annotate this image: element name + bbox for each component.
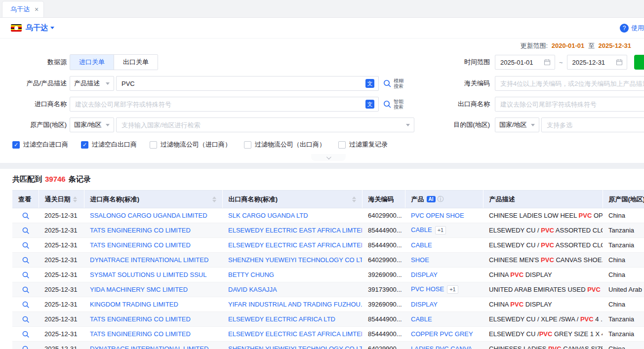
exporter-link[interactable]: SHENZHEN YUEWEIYI TECHNOLOGY CO LTD <box>228 256 362 264</box>
smart-search-button[interactable]: 智能 搜索 <box>383 99 403 110</box>
importer-link[interactable]: TATS ENGINEERING CO LIMITED <box>90 315 191 323</box>
importer-link[interactable]: SSALONGO CARGO UGANDA LIMITED <box>90 212 207 219</box>
origin-country-select[interactable]: 国家/地区 <box>70 117 114 132</box>
importer-name-input[interactable]: 文 <box>70 97 379 112</box>
view-record-button[interactable] <box>22 241 30 249</box>
more-products-badge[interactable]: +1 <box>435 226 446 234</box>
country-chevron-down-icon[interactable] <box>50 27 54 29</box>
filter-checkbox[interactable]: ✓ 过滤空白进口商 <box>12 140 68 149</box>
exporter-link[interactable]: SHENZHEN YUEWEIYI TECHNOLOGY CO LTD <box>228 345 362 349</box>
exporter-link[interactable]: YIFAR INDUSTRIAL AND TRADING FUZHOU... <box>228 301 362 308</box>
time-range-label: 时间范围 <box>435 58 490 67</box>
exporter-link[interactable]: ELSEWEDY ELECTRIC EAST AFRICA LIMTED <box>228 330 362 338</box>
magnifier-icon <box>22 227 30 234</box>
view-record-button[interactable] <box>22 271 30 279</box>
product-link[interactable]: CABLE <box>411 315 432 323</box>
exporter-link[interactable]: ELSEWEDY ELECTRIC EAST AFRICA LIMTED <box>228 241 362 249</box>
table-row: 2025-12-31 DYNATRACE INTERNATIONAL LIMIT… <box>12 342 644 349</box>
product-link[interactable]: COPPER PVC GREY <box>411 330 473 338</box>
view-record-button[interactable] <box>22 256 30 264</box>
info-icon[interactable]: ⓘ <box>438 195 444 204</box>
view-record-button[interactable] <box>22 227 30 234</box>
sort-icons[interactable] <box>212 196 216 202</box>
exporter-cell: SLK CARGO UGANDA LTD <box>222 208 362 223</box>
exporter-link[interactable]: ELSEWEDY ELECTRIC AFRICA LTD <box>228 315 335 323</box>
toggle-export-declarations[interactable]: 出口关单 <box>114 55 158 70</box>
importer-name-label: 进口商名称 <box>12 100 67 109</box>
exporter-link[interactable]: BETTY CHUNG <box>228 271 274 278</box>
product-link[interactable]: LADIES PVC CANVA <box>411 345 472 349</box>
importer-link[interactable]: TATS ENGINEERING CO LIMITED <box>90 227 191 234</box>
checkbox-icon[interactable] <box>150 141 157 149</box>
hs-code-cell: 85444900... <box>362 327 405 342</box>
date-to-field[interactable] <box>571 58 613 67</box>
help-link[interactable]: ? 使用 <box>620 18 644 38</box>
exporter-link[interactable]: SLK CARGO UGANDA LTD <box>228 212 308 219</box>
column-header-label: 海关编码 <box>368 195 394 204</box>
date-from-field[interactable] <box>499 58 541 67</box>
product-link[interactable]: DISPLAY <box>411 271 438 278</box>
hs-code-field[interactable] <box>499 79 644 88</box>
search-button-clipped[interactable] <box>634 55 644 70</box>
calendar-icon <box>544 59 551 66</box>
product-link[interactable]: DISPLAY <box>411 301 438 308</box>
translate-icon[interactable]: 文 <box>365 79 374 88</box>
product-link[interactable]: PVC OPEN SHOE <box>411 212 464 219</box>
checkbox-icon[interactable] <box>244 141 251 149</box>
importer-link[interactable]: DYNATRACE INTERNATIONAL LIMITED <box>90 256 208 264</box>
filter-checkbox[interactable]: 过滤重复记录 <box>338 140 388 149</box>
sort-icons[interactable] <box>73 196 77 202</box>
fuzzy-search-button[interactable]: 模糊 搜索 <box>383 78 403 89</box>
more-products-badge[interactable]: +1 <box>447 285 458 294</box>
view-record-button[interactable] <box>22 301 30 309</box>
product-input[interactable]: 文 <box>116 76 379 91</box>
importer-name-field[interactable] <box>74 100 362 109</box>
destination-country-field[interactable] <box>546 121 644 129</box>
tab-close-icon[interactable]: × <box>35 5 39 13</box>
clearance-date-cell: 2025-12-31 <box>39 282 84 297</box>
importer-link[interactable]: TATS ENGINEERING CO LIMITED <box>90 241 191 249</box>
product-cell: COPPER PVC GREY <box>405 327 483 342</box>
toggle-import-declarations[interactable]: 进口关单 <box>70 55 114 70</box>
product-link[interactable]: CABLE <box>411 241 432 249</box>
translate-icon[interactable]: 文 <box>365 100 374 109</box>
filter-checkbox[interactable]: 过滤物流公司（进口商） <box>150 140 231 149</box>
tab-uganda[interactable]: 乌干达 × <box>2 1 44 17</box>
importer-link[interactable]: KINGDOM TRADING LIMITED <box>90 301 178 308</box>
importer-cell: DYNATRACE INTERNATIONAL LIMITED <box>84 342 222 349</box>
origin-country-input[interactable] <box>116 117 414 132</box>
filter-panel: 更新范围: 2020-01-01 至 2025-12-31 数据源 进口关单 出… <box>0 39 644 163</box>
importer-link[interactable]: SYSMAT SOLUTIONS U LIMITED SSUL <box>90 271 206 278</box>
destination-country-input[interactable] <box>541 117 644 132</box>
destination-country-select[interactable]: 国家/地区 <box>495 117 539 132</box>
importer-link[interactable]: YIDA MACHINERY SMC LIMITED <box>90 286 188 293</box>
date-from-input[interactable] <box>495 55 555 70</box>
checkbox-icon[interactable]: ✓ <box>12 141 20 149</box>
checkbox-icon[interactable] <box>338 141 346 149</box>
exporter-name-input[interactable] <box>495 97 644 112</box>
product-link[interactable]: SHOE <box>411 256 429 264</box>
product-field-select[interactable]: 产品描述 <box>70 76 114 91</box>
filter-checkbox[interactable]: 过滤物流公司（出口商） <box>244 140 325 149</box>
importer-link[interactable]: TATS ENGINEERING CO LIMITED <box>90 330 191 338</box>
product-link[interactable]: CABLE <box>411 226 432 233</box>
view-record-button[interactable] <box>22 345 30 349</box>
importer-link[interactable]: DYNATRACE INTERNATIONAL LIMITED <box>90 345 208 349</box>
exporter-link[interactable]: DAVID KASAJJA <box>228 286 277 293</box>
origin-country-field[interactable] <box>121 121 403 129</box>
view-record-button[interactable] <box>22 315 30 323</box>
view-record-button[interactable] <box>22 286 30 294</box>
date-to-input[interactable] <box>567 55 627 70</box>
collapse-filters-button[interactable] <box>311 154 346 161</box>
product-field[interactable] <box>121 79 362 88</box>
sort-icons[interactable] <box>352 196 356 202</box>
product-link[interactable]: PVC HOSE <box>411 285 444 293</box>
column-header-label: 产品描述 <box>489 195 515 204</box>
hs-code-input[interactable] <box>495 76 644 91</box>
exporter-name-field[interactable] <box>499 100 644 109</box>
filter-checkbox[interactable]: ✓ 过滤空白出口商 <box>81 140 137 149</box>
view-record-button[interactable] <box>22 212 30 220</box>
view-record-button[interactable] <box>22 330 30 338</box>
exporter-link[interactable]: ELSEWEDY ELECTRIC EAST AFRICA LIMTED <box>228 227 362 234</box>
checkbox-icon[interactable]: ✓ <box>81 141 88 149</box>
